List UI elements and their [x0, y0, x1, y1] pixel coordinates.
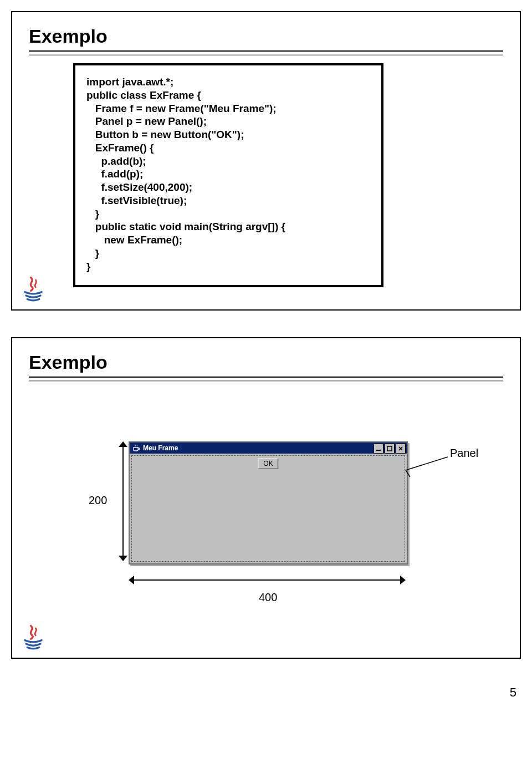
- java-cup-icon: [132, 444, 141, 452]
- svg-rect-1: [387, 446, 392, 451]
- title-underline: [29, 50, 503, 54]
- code-line: f.setVisible(true);: [86, 194, 370, 207]
- code-line: f.add(p);: [86, 167, 370, 181]
- arrow-shaft: [122, 445, 124, 558]
- height-label: 200: [89, 494, 107, 507]
- maximize-button[interactable]: [385, 444, 395, 454]
- minimize-button[interactable]: [374, 444, 383, 454]
- code-line: Panel p = new Panel();: [86, 115, 370, 128]
- example-window: Meu Frame OK: [129, 441, 408, 565]
- java-logo-icon: [19, 622, 48, 651]
- panel-area: OK: [131, 455, 405, 562]
- code-line: public static void main(String argv[]) {: [86, 220, 370, 233]
- code-line: Frame f = new Frame("Meu Frame");: [86, 102, 370, 115]
- width-label: 400: [259, 591, 277, 604]
- slide-title: Exemplo: [29, 26, 503, 47]
- panel-label: Panel: [450, 447, 478, 460]
- code-line: public class ExFrame {: [86, 89, 370, 102]
- code-line: Button b = new Button("OK");: [86, 128, 370, 141]
- slide-title: Exemplo: [29, 352, 503, 373]
- window-wrapper: Meu Frame OK: [129, 441, 406, 565]
- code-line: p.add(b);: [86, 155, 370, 168]
- diagram-area: 200 Meu Frame: [29, 386, 503, 641]
- svg-line-2: [406, 457, 448, 470]
- arrowhead-down-icon: [119, 556, 127, 561]
- code-line: }: [86, 207, 370, 221]
- code-line: new ExFrame();: [86, 233, 370, 247]
- svg-line-3: [406, 470, 410, 477]
- code-line: }: [86, 260, 370, 273]
- java-logo-icon: [19, 274, 48, 303]
- window-buttons: [374, 444, 406, 454]
- code-line: ExFrame() {: [86, 141, 370, 155]
- window-title-text: Meu Frame: [143, 444, 178, 452]
- code-box: import java.awt.*; public class ExFrame …: [73, 63, 383, 287]
- code-line: import java.awt.*;: [86, 75, 370, 89]
- ok-button[interactable]: OK: [258, 458, 278, 469]
- svg-rect-0: [376, 450, 381, 451]
- arrowhead-right-icon: [400, 576, 406, 584]
- slide-2: Exemplo 200 Meu Frame: [11, 337, 521, 659]
- window-titlebar[interactable]: Meu Frame: [130, 443, 407, 454]
- slide-1: Exemplo import java.awt.*; public class …: [11, 11, 521, 311]
- horizontal-dimension-arrow: [129, 574, 406, 586]
- code-line: }: [86, 247, 370, 260]
- title-underline: [29, 377, 503, 380]
- page-number: 5: [11, 685, 521, 700]
- code-line: f.setSize(400,200);: [86, 181, 370, 194]
- vertical-dimension-arrow: [117, 441, 129, 561]
- arrow-shaft: [132, 579, 402, 581]
